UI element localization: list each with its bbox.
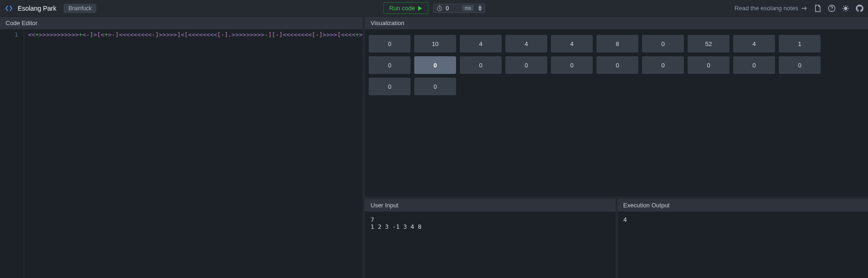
help-icon[interactable]: [828, 5, 835, 12]
notes-link[interactable]: Read the esolang notes: [735, 5, 808, 12]
memory-cell-18: 0: [733, 56, 775, 74]
user-input-content[interactable]: 7 1 2 3 -1 3 4 8: [365, 212, 616, 278]
memory-cell-12: 0: [460, 56, 502, 74]
memory-cell-6: 0: [642, 35, 684, 53]
execution-output-content: 4: [618, 212, 868, 278]
arrow-right-icon: [801, 5, 808, 12]
memory-cell-13: 0: [505, 56, 547, 74]
gutter-line-1: 1: [0, 29, 24, 278]
memory-cell-3: 4: [505, 35, 547, 53]
interval-input[interactable]: [446, 5, 460, 12]
memory-cell-0: 0: [369, 35, 411, 53]
interval-input-group[interactable]: ms: [433, 4, 485, 13]
memory-cell-7: 52: [688, 35, 729, 53]
code-line-1[interactable]: <<+>>>>>>>>>>>+<-]>[<+>-]<<<<<<<<<-]>>>>…: [24, 29, 363, 278]
github-icon[interactable]: [856, 5, 863, 12]
memory-cell-4: 4: [551, 35, 593, 53]
memory-cell-2: 4: [460, 35, 502, 53]
memory-cell-16: 0: [642, 56, 684, 74]
svg-point-3: [844, 7, 848, 10]
svg-line-10: [843, 10, 844, 11]
memory-cell-10: 0: [369, 56, 411, 74]
theme-icon[interactable]: [842, 5, 849, 12]
chevron-down-icon[interactable]: [478, 8, 482, 11]
language-badge[interactable]: Brainfuck: [64, 4, 96, 13]
memory-cell-5: 8: [596, 35, 638, 53]
memory-cell-20: 0: [369, 78, 411, 95]
app-logo-icon: [5, 4, 13, 13]
chevron-up-icon[interactable]: [478, 5, 482, 8]
memory-cell-21: 0: [414, 78, 456, 95]
svg-line-11: [848, 6, 848, 7]
memory-cell-17: 0: [688, 56, 729, 74]
editor-title: Code Editor: [0, 17, 363, 29]
svg-line-9: [848, 10, 848, 11]
execution-output-title: Execution Output: [618, 199, 868, 212]
interval-stepper[interactable]: [478, 5, 482, 11]
interval-unit: ms: [463, 5, 473, 11]
memory-cell-14: 0: [551, 56, 593, 74]
svg-point-2: [831, 10, 832, 10]
memory-cell-9: 1: [779, 35, 821, 53]
memory-cell-1: 10: [414, 35, 456, 53]
code-editor[interactable]: 1 <<+>>>>>>>>>>>+<-]>[<+>-]<<<<<<<<<-]>>…: [0, 29, 363, 278]
file-icon[interactable]: [814, 5, 822, 12]
play-icon: [418, 6, 423, 11]
app-title: Esolang Park: [18, 5, 56, 12]
memory-cell-19: 0: [779, 56, 821, 74]
memory-cell-15: 0: [596, 56, 638, 74]
memory-cell-8: 4: [733, 35, 775, 53]
timer-icon: [437, 5, 443, 12]
memory-tape: 010444805241000000000000: [365, 29, 868, 101]
run-label: Run code: [389, 5, 415, 12]
memory-cell-11: 0: [414, 56, 456, 74]
visualization-title: Visualization: [365, 17, 868, 29]
run-button[interactable]: Run code: [383, 2, 429, 14]
user-input-title: User Input: [365, 199, 616, 212]
svg-line-8: [843, 6, 844, 7]
